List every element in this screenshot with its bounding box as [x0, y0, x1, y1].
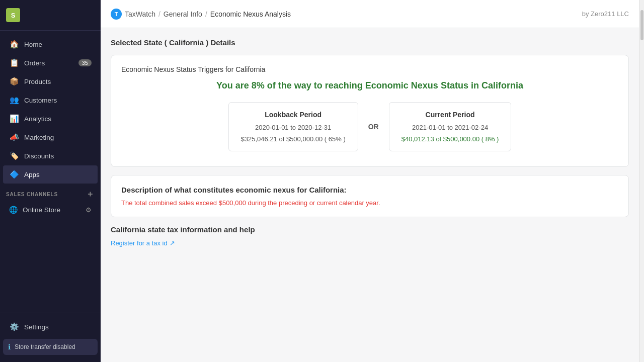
sidebar: S 🏠 Home 📋 Orders 35 📦 Products 👥 Custom…: [0, 0, 101, 362]
register-link-label: Register for a tax id: [111, 239, 168, 247]
sidebar-item-home-label: Home: [24, 41, 42, 48]
breadcrumb-general-info[interactable]: General Info: [164, 10, 202, 18]
or-label: OR: [368, 123, 379, 131]
sidebar-item-settings[interactable]: ⚙️ Settings: [3, 318, 98, 336]
shop-logo-icon: S: [6, 8, 20, 22]
orders-icon: 📋: [9, 58, 19, 68]
periods-container: Lookback Period 2020-01-01 to 2020-12-31…: [121, 102, 618, 151]
home-icon: 🏠: [9, 39, 19, 49]
store-transfer-label: Store transfer disabled: [15, 343, 75, 350]
external-link-icon: ↗: [170, 239, 175, 247]
discounts-icon: 🏷️: [9, 151, 19, 161]
online-store-settings-icon[interactable]: ⚙: [86, 206, 92, 214]
sidebar-item-products-label: Products: [24, 78, 51, 85]
channels-section-header: SALES CHANNELS ＋: [0, 184, 101, 202]
sidebar-item-customers-label: Customers: [24, 97, 57, 104]
breadcrumb-sep-1: /: [158, 10, 160, 18]
sidebar-item-analytics[interactable]: 📊 Analytics: [3, 110, 98, 128]
lookback-period-box: Lookback Period 2020-01-01 to 2020-12-31…: [228, 102, 358, 151]
taxwatch-app-icon: T: [111, 9, 122, 20]
triggers-title: Economic Nexus Status Triggers for Calif…: [121, 65, 618, 73]
lookback-dates: 2020-01-01 to 2020-12-31: [241, 124, 346, 131]
content-area: Selected State ( California ) Details Ec…: [101, 28, 639, 362]
sidebar-item-home[interactable]: 🏠 Home: [3, 35, 98, 53]
online-store-icon: 🌐: [9, 206, 18, 214]
current-dates: 2021-01-01 to 2021-02-24: [401, 124, 499, 131]
online-store-label: Online Store: [23, 206, 60, 214]
topbar-by-label: by Zero211 LLC: [582, 10, 629, 18]
breadcrumb-current: Economic Nexus Analysis: [210, 10, 291, 18]
section-title: Selected State ( California ) Details: [111, 38, 629, 47]
sidebar-item-analytics-label: Analytics: [24, 115, 51, 123]
breadcrumb-taxwatch[interactable]: TaxWatch: [125, 10, 155, 18]
store-transfer-bar: ℹ Store transfer disabled: [3, 339, 98, 355]
products-icon: 📦: [9, 76, 19, 86]
analytics-icon: 📊: [9, 114, 19, 124]
breadcrumb: T TaxWatch / General Info / Economic Nex…: [111, 9, 291, 20]
scrollbar-thumb: [640, 10, 643, 40]
breadcrumb-sep-2: /: [205, 10, 207, 18]
sidebar-item-apps[interactable]: 🔷 Apps: [3, 165, 98, 184]
desc-card-title: Description of what constitutes economic…: [121, 186, 618, 194]
sidebar-bottom: ⚙️ Settings ℹ Store transfer disabled: [0, 313, 101, 362]
current-title: Current Period: [401, 111, 499, 119]
orders-badge: 35: [78, 59, 92, 66]
lookback-amount: $325,046.21 of $500,000.00 ( 65% ): [241, 135, 346, 143]
sidebar-settings-label: Settings: [24, 323, 49, 331]
customers-icon: 👥: [9, 95, 19, 105]
sidebar-item-orders[interactable]: 📋 Orders 35: [3, 54, 98, 72]
register-tax-id-link[interactable]: Register for a tax id ↗: [111, 239, 175, 247]
description-card: Description of what constitutes economic…: [111, 175, 629, 217]
sidebar-item-orders-label: Orders: [24, 59, 45, 67]
desc-card-text: The total combined sales exceed $500,000…: [121, 199, 618, 207]
sidebar-item-marketing[interactable]: 📣 Marketing: [3, 128, 98, 146]
help-section: California state tax information and hel…: [111, 225, 629, 247]
sidebar-item-discounts[interactable]: 🏷️ Discounts: [3, 147, 98, 165]
main-area: T TaxWatch / General Info / Economic Nex…: [101, 0, 639, 362]
current-period-box: Current Period 2021-01-01 to 2021-02-24 …: [389, 102, 512, 151]
channels-label: SALES CHANNELS: [6, 192, 58, 197]
sidebar-item-products[interactable]: 📦 Products: [3, 72, 98, 90]
marketing-icon: 📣: [9, 132, 19, 142]
sidebar-logo: S: [0, 0, 101, 31]
nexus-triggers-card: Economic Nexus Status Triggers for Calif…: [111, 55, 629, 167]
settings-icon: ⚙️: [9, 322, 19, 332]
current-amount: $40,012.13 of $500,000.00 ( 8% ): [401, 135, 499, 143]
apps-icon: 🔷: [9, 169, 19, 179]
add-channel-button[interactable]: ＋: [86, 189, 95, 200]
info-icon: ℹ: [8, 343, 11, 351]
nexus-headline: You are 8% of the way to reaching Econom…: [121, 79, 618, 92]
lookback-title: Lookback Period: [241, 111, 346, 119]
sidebar-item-customers[interactable]: 👥 Customers: [3, 91, 98, 109]
topbar: T TaxWatch / General Info / Economic Nex…: [101, 0, 639, 28]
sidebar-item-discounts-label: Discounts: [24, 152, 54, 160]
sidebar-nav: 🏠 Home 📋 Orders 35 📦 Products 👥 Customer…: [0, 31, 101, 313]
right-scrollbar[interactable]: [639, 0, 644, 362]
sidebar-item-apps-label: Apps: [24, 171, 40, 178]
sidebar-item-online-store[interactable]: 🌐 Online Store ⚙: [3, 202, 98, 217]
help-title: California state tax information and hel…: [111, 225, 629, 234]
sidebar-item-marketing-label: Marketing: [24, 134, 54, 141]
